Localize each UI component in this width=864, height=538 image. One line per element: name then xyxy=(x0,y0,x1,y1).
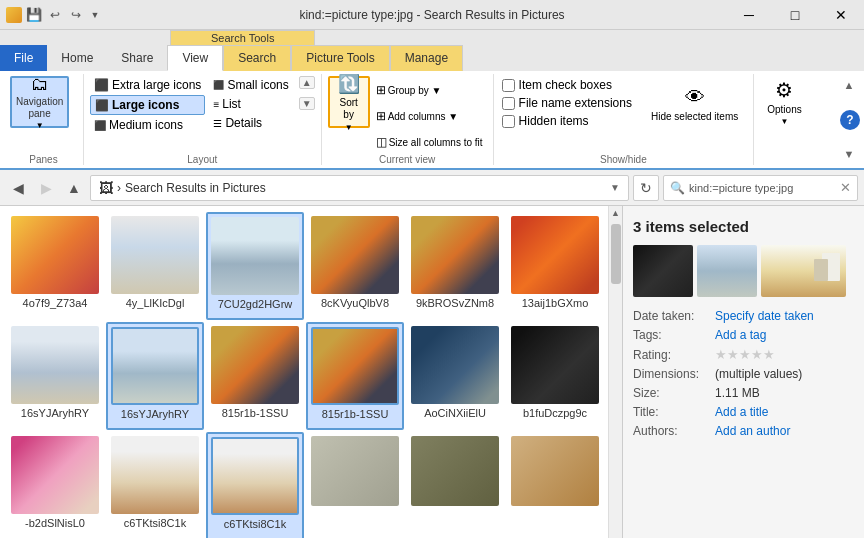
authors-label: Authors: xyxy=(633,424,715,438)
tags-value[interactable]: Add a tag xyxy=(715,328,854,342)
ribbon-group-show-hide: Item check boxes File name extensions Hi… xyxy=(494,74,755,165)
quick-access-undo[interactable]: ↩ xyxy=(46,6,64,24)
options-btn[interactable]: ⚙ Options ▼ xyxy=(760,76,808,128)
small-icons-btn[interactable]: ⬛ Small icons xyxy=(209,76,292,94)
file-name: 815r1b-1SSU xyxy=(222,407,289,419)
layout-group-label: Layout xyxy=(90,152,315,165)
hidden-items-toggle[interactable]: Hidden items xyxy=(502,114,632,128)
refresh-btn[interactable]: ↻ xyxy=(633,175,659,201)
list-item[interactable]: 16sYJAryhRY xyxy=(6,322,104,430)
file-name: 8cKVyuQlbV8 xyxy=(321,297,389,309)
path-text: Search Results in Pictures xyxy=(125,181,266,195)
preview-thumb-2 xyxy=(697,245,757,297)
item-check-boxes-toggle[interactable]: Item check boxes xyxy=(502,78,632,92)
dimensions-value: (multiple values) xyxy=(715,367,854,381)
list-item[interactable]: 815r1b-1SSU xyxy=(306,322,404,430)
file-name: AoCiNXiiElU xyxy=(424,407,486,419)
extra-large-icons-btn[interactable]: ⬛ Extra large icons xyxy=(90,76,205,94)
file-name-extensions-toggle[interactable]: File name extensions xyxy=(502,96,632,110)
current-view-label: Current view xyxy=(328,152,487,165)
preview-pane: 3 items selected Date taken: Specify dat… xyxy=(622,206,864,538)
large-icons-btn[interactable]: ⬛ Large icons xyxy=(90,95,205,115)
file-area: 4o7f9_Z73a4 4y_LlKIcDgl 7CU2gd2HGrw 8cKV… xyxy=(0,206,622,538)
file-name: 7CU2gd2HGrw xyxy=(218,298,293,310)
quick-access-save[interactable]: 💾 xyxy=(25,6,43,24)
minimize-button[interactable]: ─ xyxy=(726,0,772,30)
tab-manage[interactable]: Manage xyxy=(390,45,463,71)
layout-less-btn[interactable]: ▼ xyxy=(299,97,315,110)
up-btn[interactable]: ▲ xyxy=(62,176,86,200)
tab-share[interactable]: Share xyxy=(107,45,167,71)
date-taken-label: Date taken: xyxy=(633,309,715,323)
navigation-pane-btn[interactable]: 🗂 Navigationpane ▼ xyxy=(10,76,69,128)
list-item[interactable] xyxy=(406,432,504,512)
list-item[interactable]: 16sYJAryhRY xyxy=(106,322,204,430)
list-item[interactable] xyxy=(506,432,604,512)
file-name: 16sYJAryhRY xyxy=(21,407,89,419)
title-value[interactable]: Add a title xyxy=(715,405,854,419)
file-name: c6TKtsi8C1k xyxy=(124,517,186,529)
layout-more-btn[interactable]: ▲ xyxy=(299,76,315,89)
group-by-btn[interactable]: ⊞ Group by ▼ xyxy=(372,80,487,100)
tab-picture-tools[interactable]: Picture Tools xyxy=(291,45,389,71)
window-title: kind:=picture type:jpg - Search Results … xyxy=(299,8,564,22)
hide-selected-btn[interactable]: 👁 Hide selected items xyxy=(644,78,745,130)
list-item[interactable]: 13aij1bGXmo xyxy=(506,212,604,320)
list-item[interactable]: 815r1b-1SSU xyxy=(206,322,304,430)
list-item[interactable]: 9kBROSvZNm8 xyxy=(406,212,504,320)
rating-stars[interactable]: ★★★★★ xyxy=(715,347,854,362)
forward-btn[interactable]: ▶ xyxy=(34,176,58,200)
scroll-up-btn[interactable]: ▲ xyxy=(609,206,623,220)
help-btn[interactable]: ? xyxy=(840,110,860,130)
scrollbar[interactable]: ▲ ▼ xyxy=(608,206,622,538)
dropdown-arrow[interactable]: ▼ xyxy=(610,182,620,193)
quick-access-dropdown[interactable]: ▼ xyxy=(88,6,102,24)
tab-search[interactable]: Search xyxy=(223,45,291,71)
back-btn[interactable]: ◀ xyxy=(6,176,30,200)
preview-title: 3 items selected xyxy=(633,218,854,235)
preview-thumb-1 xyxy=(633,245,693,297)
ribbon-expand-down[interactable]: ▼ xyxy=(840,145,858,163)
size-columns-btn[interactable]: ◫ Size all columns to fit xyxy=(372,132,487,152)
list-item[interactable]: c6TKtsi8C1k xyxy=(106,432,204,538)
list-item[interactable]: b1fuDczpg9c xyxy=(506,322,604,430)
address-path[interactable]: 🖼 › Search Results in Pictures ▼ xyxy=(90,175,629,201)
list-item[interactable]: 4y_LlKIcDgl xyxy=(106,212,204,320)
authors-value[interactable]: Add an author xyxy=(715,424,854,438)
file-name: 16sYJAryhRY xyxy=(121,408,189,420)
ribbon-collapse-up[interactable]: ▲ xyxy=(840,76,858,94)
list-item[interactable]: 4o7f9_Z73a4 xyxy=(6,212,104,320)
list-btn[interactable]: ≡ List xyxy=(209,95,292,113)
file-name: 4o7f9_Z73a4 xyxy=(23,297,88,309)
tab-view[interactable]: View xyxy=(167,45,223,71)
scroll-thumb[interactable] xyxy=(611,224,621,284)
search-tools-header: Search Tools xyxy=(170,30,315,45)
maximize-button[interactable]: □ xyxy=(772,0,818,30)
quick-access-redo[interactable]: ↪ xyxy=(67,6,85,24)
title-label: Title: xyxy=(633,405,715,419)
close-button[interactable]: ✕ xyxy=(818,0,864,30)
medium-icons-btn[interactable]: ⬛ Medium icons xyxy=(90,116,205,134)
list-item[interactable]: c6TKtsi8C1k xyxy=(206,432,304,538)
file-name: b1fuDczpg9c xyxy=(523,407,587,419)
tab-home[interactable]: Home xyxy=(47,45,107,71)
search-clear-btn[interactable]: ✕ xyxy=(840,180,851,195)
details-btn[interactable]: ☰ Details xyxy=(209,114,292,132)
search-box[interactable]: 🔍 kind:=picture type:jpg ✕ xyxy=(663,175,858,201)
ribbon-group-panes: 🗂 Navigationpane ▼ Panes xyxy=(4,74,84,165)
search-icon: 🔍 xyxy=(670,181,685,195)
list-item[interactable]: 8cKVyuQlbV8 xyxy=(306,212,404,320)
list-item[interactable]: 7CU2gd2HGrw xyxy=(206,212,304,320)
list-item[interactable]: -b2dSlNisL0 xyxy=(6,432,104,538)
list-item[interactable]: AoCiNXiiElU xyxy=(406,322,504,430)
tab-file[interactable]: File xyxy=(0,45,47,71)
show-hide-group-label: Show/hide xyxy=(502,152,746,165)
preview-metadata: Date taken: Specify date taken Tags: Add… xyxy=(633,309,854,438)
ribbon-group-layout: ⬛ Extra large icons ⬛ Large icons ⬛ Medi… xyxy=(84,74,322,165)
sort-by-btn[interactable]: 🔃 Sortby ▼ xyxy=(328,76,370,128)
list-item[interactable] xyxy=(306,432,404,512)
add-columns-btn[interactable]: ⊞ Add columns ▼ xyxy=(372,106,487,126)
file-name: 4y_LlKIcDgl xyxy=(126,297,185,309)
panes-group-label: Panes xyxy=(10,152,77,165)
date-taken-value[interactable]: Specify date taken xyxy=(715,309,854,323)
